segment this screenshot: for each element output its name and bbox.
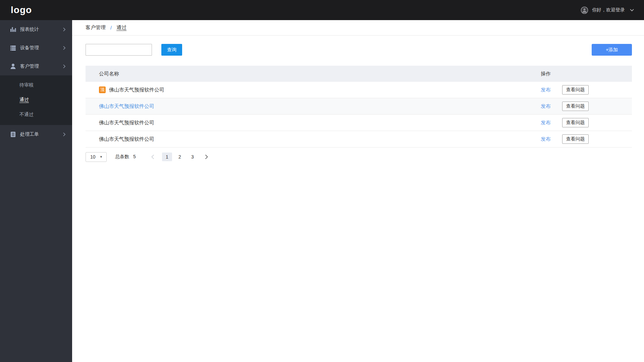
pager: 1 2 3 bbox=[149, 153, 210, 161]
submenu-item-pending[interactable]: 待审核 bbox=[0, 77, 72, 92]
query-button[interactable]: 查询 bbox=[161, 44, 182, 56]
pinned-badge: 顶 bbox=[99, 86, 106, 93]
company-name: 佛山市天气预报软件公司 bbox=[99, 136, 154, 142]
page-button-2[interactable]: 2 bbox=[175, 153, 185, 161]
sidebar-item-customer-mgmt[interactable]: 客户管理 bbox=[0, 57, 72, 75]
chevron-right-icon bbox=[63, 132, 65, 136]
chevron-right-icon bbox=[63, 46, 65, 50]
main-content: 客户管理 / 通过 查询 +添加 公司名称 操作 顶 佛山市天气预报软件公司 发… bbox=[72, 20, 644, 362]
prev-page-button[interactable] bbox=[149, 153, 157, 161]
publish-link[interactable]: 发布 bbox=[541, 120, 551, 126]
chevron-down-icon bbox=[630, 9, 634, 11]
company-name: 佛山市天气预报软件公司 bbox=[99, 120, 154, 126]
sidebar: 报表统计 设备管理 客户管理 待审核 通过 不通过 bbox=[0, 20, 72, 362]
sidebar-item-label: 客户管理 bbox=[20, 63, 63, 69]
breadcrumb: 客户管理 / 通过 bbox=[72, 20, 644, 36]
publish-link[interactable]: 发布 bbox=[541, 103, 551, 110]
chevron-right-icon bbox=[63, 64, 65, 68]
logo: logo bbox=[11, 5, 32, 15]
publish-link[interactable]: 发布 bbox=[541, 87, 551, 93]
page-button-3[interactable]: 3 bbox=[187, 153, 198, 161]
avatar-icon bbox=[581, 6, 588, 14]
total-value: 5 bbox=[133, 154, 136, 159]
company-table: 公司名称 操作 顶 佛山市天气预报软件公司 发布 查看问题 佛山市天气预报软件公… bbox=[86, 66, 632, 147]
customer-submenu: 待审核 通过 不通过 bbox=[0, 75, 72, 125]
submenu-item-rejected[interactable]: 不通过 bbox=[0, 107, 72, 122]
next-page-button[interactable] bbox=[203, 153, 210, 161]
top-bar: logo 你好，欢迎登录 bbox=[0, 0, 644, 20]
caret-down-icon: ▼ bbox=[100, 155, 103, 159]
user-icon bbox=[10, 63, 16, 69]
sidebar-item-label: 处理工单 bbox=[20, 131, 63, 137]
table-row: 佛山市天气预报软件公司 发布 查看问题 bbox=[86, 115, 632, 131]
column-header-company: 公司名称 bbox=[86, 71, 541, 77]
table-row: 佛山市天气预报软件公司 发布 查看问题 bbox=[86, 98, 632, 115]
view-issues-button[interactable]: 查看问题 bbox=[562, 118, 589, 127]
page-button-1[interactable]: 1 bbox=[162, 153, 172, 161]
view-issues-button[interactable]: 查看问题 bbox=[562, 102, 589, 111]
sidebar-item-work-orders[interactable]: 处理工单 bbox=[0, 125, 72, 143]
breadcrumb-separator: / bbox=[110, 25, 112, 31]
submenu-item-approved[interactable]: 通过 bbox=[0, 92, 72, 107]
user-greeting: 你好，欢迎登录 bbox=[592, 7, 625, 13]
pagination: 10 ▼ 总条数5 1 2 3 bbox=[86, 152, 632, 162]
breadcrumb-current[interactable]: 通过 bbox=[116, 24, 126, 31]
bar-chart-icon bbox=[10, 26, 16, 33]
sidebar-item-label: 报表统计 bbox=[20, 26, 63, 33]
sidebar-item-label: 设备管理 bbox=[20, 45, 63, 51]
company-name-link[interactable]: 佛山市天气预报软件公司 bbox=[99, 103, 154, 110]
publish-link[interactable]: 发布 bbox=[541, 136, 551, 142]
total-label: 总条数 bbox=[115, 154, 129, 159]
search-input[interactable] bbox=[86, 44, 152, 56]
page-size-select[interactable]: 10 ▼ bbox=[86, 152, 107, 162]
toolbar: 查询 +添加 bbox=[72, 36, 644, 56]
user-menu[interactable]: 你好，欢迎登录 bbox=[581, 6, 634, 14]
total-count: 总条数5 bbox=[115, 154, 136, 160]
table-header: 公司名称 操作 bbox=[86, 66, 632, 82]
sidebar-item-report-stats[interactable]: 报表统计 bbox=[0, 20, 72, 39]
add-button[interactable]: +添加 bbox=[592, 44, 632, 56]
view-issues-button[interactable]: 查看问题 bbox=[562, 134, 589, 144]
view-issues-button[interactable]: 查看问题 bbox=[562, 85, 589, 95]
table-row: 顶 佛山市天气预报软件公司 发布 查看问题 bbox=[86, 82, 632, 98]
chevron-right-icon bbox=[63, 27, 65, 32]
company-name: 佛山市天气预报软件公司 bbox=[109, 87, 164, 93]
sidebar-item-device-mgmt[interactable]: 设备管理 bbox=[0, 39, 72, 57]
breadcrumb-parent[interactable]: 客户管理 bbox=[86, 24, 106, 31]
table-row: 佛山市天气预报软件公司 发布 查看问题 bbox=[86, 131, 632, 147]
column-header-operations: 操作 bbox=[541, 71, 632, 77]
document-icon bbox=[10, 131, 16, 137]
page-size-value: 10 bbox=[90, 154, 96, 160]
server-icon bbox=[10, 45, 16, 51]
